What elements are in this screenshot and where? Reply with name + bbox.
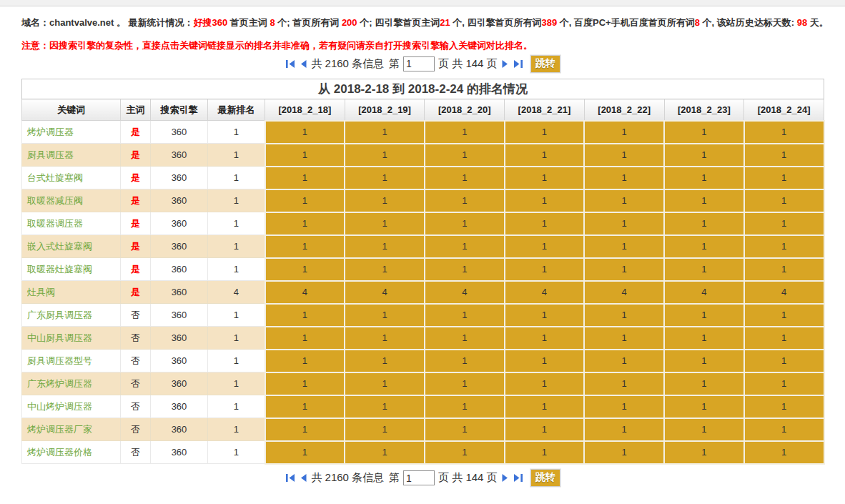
search-engine: 360 (151, 167, 208, 189)
table-row: 取暖器减压阀是36011111111 (22, 189, 824, 212)
next-page-icon[interactable] (501, 474, 509, 482)
table-row: 嵌入式灶旋塞阀是36011111111 (22, 235, 824, 258)
daily-rank-cell: 1 (425, 418, 505, 441)
jump-button[interactable]: 跳转 (530, 55, 560, 73)
keyword-link[interactable]: 嵌入式灶旋塞阀 (22, 235, 121, 258)
keyword-link[interactable]: 厨具调压器型号 (22, 350, 121, 372)
ranking-table: 从 2018-2-18 到 2018-2-24 的排名情况 关键词主词搜索引擎最… (21, 79, 825, 465)
daily-rank-cell: 4 (265, 281, 345, 304)
daily-rank-cell: 4 (505, 281, 585, 304)
table-row: 取暖器调压器是36011111111 (22, 212, 824, 235)
latest-rank: 1 (208, 418, 265, 441)
prev-page-icon[interactable] (300, 474, 307, 482)
daily-rank-cell: 1 (744, 189, 824, 212)
daily-rank-cell: 1 (744, 395, 824, 418)
latest-rank: 1 (208, 304, 265, 327)
daily-rank-cell: 1 (505, 189, 585, 212)
daily-rank-cell: 1 (584, 212, 664, 235)
latest-rank: 1 (208, 258, 265, 281)
main-word-flag: 否 (121, 372, 151, 395)
daily-rank-cell: 1 (425, 167, 505, 189)
daily-rank-cell: 1 (265, 441, 345, 464)
table-header-row: 关键词主词搜索引擎最新排名[2018_2_18][2018_2_19][2018… (22, 99, 824, 121)
main-word-flag: 否 (121, 418, 151, 441)
keyword-link[interactable]: 取暖器调压器 (22, 212, 121, 235)
search-engine: 360 (151, 395, 208, 418)
daily-rank-cell: 1 (505, 235, 585, 258)
daily-rank-cell: 1 (505, 212, 585, 235)
table-row: 厨具调压器是36011111111 (22, 144, 824, 167)
search-engine: 360 (151, 441, 208, 464)
daily-rank-cell: 1 (425, 144, 505, 167)
daily-rank-cell: 1 (425, 327, 505, 350)
keyword-link[interactable]: 烤炉调压器 (22, 121, 121, 144)
stat-value: 8 (270, 17, 275, 28)
stat-text: 个, 四引擎首页所有词 (450, 17, 542, 28)
pager-total-text: 共 2160 条信息 (311, 57, 384, 71)
last-page-icon[interactable] (513, 474, 524, 482)
first-page-icon[interactable] (285, 60, 296, 68)
table-row: 烤炉调压器厂家否36011111111 (22, 418, 824, 441)
page-number-input[interactable] (403, 56, 435, 71)
daily-rank-cell: 1 (664, 121, 744, 144)
daily-rank-cell: 1 (744, 304, 824, 327)
main-word-flag: 否 (121, 350, 151, 372)
table-row: 厨具调压器型号否36011111111 (22, 350, 824, 372)
latest-rank: 1 (208, 327, 265, 350)
pager-page-suffix: 页 共 144 页 (438, 57, 498, 71)
keyword-link[interactable]: 取暖器减压阀 (22, 189, 121, 212)
daily-rank-cell: 1 (584, 121, 664, 144)
keyword-link[interactable]: 灶具阀 (22, 281, 121, 304)
main-word-flag: 是 (121, 144, 151, 167)
pager-page-prefix: 第 (389, 471, 400, 485)
daily-rank-cell: 1 (265, 235, 345, 258)
daily-rank-cell: 1 (744, 258, 824, 281)
keyword-link[interactable]: 厨具调压器 (22, 144, 121, 167)
keyword-link[interactable]: 中山厨具调压器 (22, 327, 121, 350)
search-engine: 360 (151, 350, 208, 372)
next-page-icon[interactable] (501, 60, 509, 68)
first-page-icon[interactable] (285, 474, 296, 482)
keyword-link[interactable]: 广东厨具调压器 (22, 304, 121, 327)
daily-rank-cell: 1 (584, 304, 664, 327)
pager-page-suffix: 页 共 144 页 (438, 471, 498, 485)
last-page-icon[interactable] (513, 60, 524, 68)
latest-rank: 1 (208, 189, 265, 212)
daily-rank-cell: 1 (744, 212, 824, 235)
daily-rank-cell: 1 (265, 212, 345, 235)
daily-rank-cell: 1 (744, 121, 824, 144)
daily-rank-cell: 1 (265, 418, 345, 441)
column-header: [2018_2_18] (265, 99, 345, 121)
prev-page-icon[interactable] (300, 60, 307, 68)
daily-rank-cell: 1 (345, 189, 425, 212)
daily-rank-cell: 1 (505, 304, 585, 327)
daily-rank-cell: 1 (584, 258, 664, 281)
latest-rank: 1 (208, 372, 265, 395)
daily-rank-cell: 1 (265, 167, 345, 189)
page-number-input[interactable] (403, 470, 435, 485)
keyword-link[interactable]: 台式灶旋塞阀 (22, 167, 121, 189)
jump-button[interactable]: 跳转 (530, 469, 560, 487)
latest-rank: 1 (208, 235, 265, 258)
daily-rank-cell: 1 (584, 144, 664, 167)
daily-rank-cell: 1 (584, 189, 664, 212)
table-row: 中山烤炉调压器否36011111111 (22, 395, 824, 418)
stat-text: 个; 四引擎首页主词 (357, 17, 440, 28)
daily-rank-cell: 1 (744, 144, 824, 167)
daily-rank-cell: 1 (505, 395, 585, 418)
pagination-top: 共 2160 条信息 第 页 共 144 页 跳转 (21, 54, 824, 73)
latest-rank: 4 (208, 281, 265, 304)
stat-value: 200 (342, 17, 357, 28)
daily-rank-cell: 1 (425, 258, 505, 281)
keyword-link[interactable]: 广东烤炉调压器 (22, 372, 121, 395)
keyword-link[interactable]: 中山烤炉调压器 (22, 395, 121, 418)
latest-rank: 1 (208, 121, 265, 144)
daily-rank-cell: 1 (265, 372, 345, 395)
keyword-link[interactable]: 烤炉调压器厂家 (22, 418, 121, 441)
daily-rank-cell: 1 (584, 167, 664, 189)
keyword-link[interactable]: 取暖器灶旋塞阀 (22, 258, 121, 281)
keyword-link[interactable]: 烤炉调压器价格 (22, 441, 121, 464)
column-header: [2018_2_22] (584, 99, 664, 121)
daily-rank-cell: 1 (265, 121, 345, 144)
latest-rank: 1 (208, 395, 265, 418)
